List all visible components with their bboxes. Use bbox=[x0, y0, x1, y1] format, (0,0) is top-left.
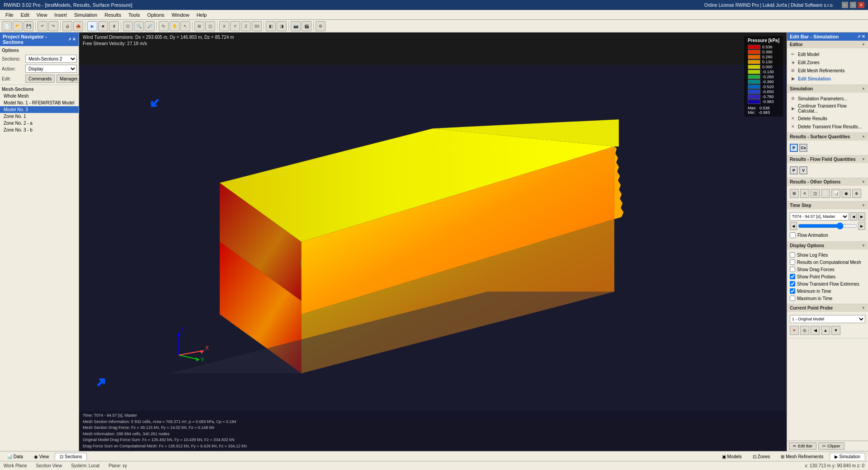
commands-btn[interactable]: Commands bbox=[25, 75, 55, 83]
clipper-btn[interactable]: ✂ Clipper bbox=[818, 442, 844, 450]
tree-item-zone-2a[interactable]: Zone No. 2 - a bbox=[0, 120, 79, 127]
main-tab-models[interactable]: ▣ Models bbox=[717, 453, 747, 460]
sim-continue-item[interactable]: ▶ Continue Transient Flow Calculat... bbox=[790, 103, 865, 114]
edit-mesh-item[interactable]: ⊞ Edit Mesh Refinements bbox=[790, 66, 865, 75]
probe-down-btn[interactable]: ▼ bbox=[831, 326, 840, 335]
ts-prev-btn[interactable]: ◀ bbox=[850, 212, 857, 221]
tb-redo[interactable]: ↷ bbox=[48, 21, 58, 31]
tree-item-whole-mesh[interactable]: Whole Mesh bbox=[0, 93, 79, 99]
other-btn-7[interactable]: ⊕ bbox=[852, 189, 861, 198]
ts-left-btn[interactable]: ◀ bbox=[790, 222, 797, 230]
tree-item-model-3[interactable]: Model No. 3 bbox=[0, 106, 79, 113]
action-select[interactable]: Display bbox=[25, 65, 77, 73]
menu-edit[interactable]: Edit bbox=[17, 11, 33, 19]
tree-item-model-1[interactable]: Model No. 1 - RFEM/RSTAB Model bbox=[0, 99, 79, 106]
display-options-header[interactable]: Display Options ▼ bbox=[787, 242, 868, 249]
menu-file[interactable]: File bbox=[2, 11, 17, 19]
nav-tab-sections[interactable]: ⊡ Sections bbox=[55, 453, 87, 460]
tb-animate[interactable]: 🎬 bbox=[302, 21, 311, 31]
tb-clip2[interactable]: ◨ bbox=[277, 21, 287, 31]
cb-drag-forces[interactable] bbox=[790, 267, 795, 272]
tb-export[interactable]: 📤 bbox=[73, 21, 83, 31]
sections-select[interactable]: Mesh-Sections 2 bbox=[25, 55, 77, 63]
other-btn-3[interactable]: ◫ bbox=[811, 189, 820, 198]
editor-section-header[interactable]: Editor ▼ bbox=[787, 41, 868, 48]
probe-delete-btn[interactable]: ✕ bbox=[790, 326, 799, 335]
tb-undo[interactable]: ↶ bbox=[38, 21, 47, 31]
edit-bar-btn[interactable]: ✏ Edit Bar bbox=[789, 442, 816, 450]
tree-item-zone-3b[interactable]: Zone No. 3 - b bbox=[0, 127, 79, 133]
nav-tab-view[interactable]: ◉ View bbox=[29, 453, 54, 460]
main-tab-simulation[interactable]: ▶ Simulation bbox=[830, 453, 865, 460]
flow-animation-check[interactable] bbox=[790, 232, 796, 238]
tb-new[interactable]: 📄 bbox=[2, 21, 12, 31]
probe-select[interactable]: 1 - Original Model bbox=[790, 315, 865, 323]
menu-tools[interactable]: Tools bbox=[125, 11, 144, 19]
ff-velocity-btn[interactable]: V bbox=[799, 166, 807, 174]
minimize-btn[interactable]: ─ bbox=[842, 2, 848, 8]
sq-pressure-btn[interactable]: P bbox=[790, 144, 798, 152]
tb-open[interactable]: 📂 bbox=[13, 21, 23, 31]
other-btn-1[interactable]: ⊞ bbox=[790, 189, 799, 198]
time-step-header[interactable]: Time Step ▼ bbox=[787, 202, 868, 209]
tb-view-y[interactable]: Y bbox=[230, 21, 240, 31]
restore-btn[interactable]: □ bbox=[850, 2, 856, 8]
cb-min-time[interactable] bbox=[790, 288, 795, 294]
simulation-section-header[interactable]: Simulation ▼ bbox=[787, 85, 868, 93]
main-tab-mesh[interactable]: ⊞ Mesh Refinements bbox=[776, 453, 828, 460]
edit-model-item[interactable]: ✏ Edit Model bbox=[790, 50, 865, 58]
current-probe-header[interactable]: Current Point Probe ▼ bbox=[787, 304, 868, 312]
tb-view-iso[interactable]: 3D bbox=[252, 21, 262, 31]
menu-help[interactable]: Help bbox=[193, 11, 211, 19]
ff-pressure-btn[interactable]: P bbox=[790, 166, 798, 174]
tb-pause[interactable]: ⏸ bbox=[109, 21, 119, 31]
tb-view-z[interactable]: Z bbox=[241, 21, 251, 31]
edit-simulation-item[interactable]: ▶ Edit Simulation bbox=[790, 75, 865, 83]
other-options-header[interactable]: Results - Other Options ▼ bbox=[787, 178, 868, 186]
probe-target-btn[interactable]: ◎ bbox=[800, 326, 809, 335]
surface-quantities-header[interactable]: Results - Surface Quantities ▼ bbox=[787, 133, 868, 141]
tb-clip1[interactable]: ◧ bbox=[266, 21, 276, 31]
tb-zoom-in[interactable]: 🔍 bbox=[134, 21, 144, 31]
probe-up-btn[interactable]: ▲ bbox=[821, 326, 830, 335]
other-btn-2[interactable]: ≡ bbox=[800, 189, 809, 198]
cb-show-log[interactable] bbox=[790, 252, 795, 258]
tb-stop[interactable]: ■ bbox=[98, 21, 108, 31]
sim-delete-transient-item[interactable]: ✕ Delete Transient Flow Results... bbox=[790, 122, 865, 131]
tb-rotate[interactable]: ↻ bbox=[159, 21, 169, 31]
menu-insert[interactable]: Insert bbox=[51, 11, 71, 19]
tb-screenshot[interactable]: 📷 bbox=[291, 21, 301, 31]
tb-zoom-out[interactable]: 🔎 bbox=[145, 21, 155, 31]
sim-delete-item[interactable]: ✕ Delete Results bbox=[790, 114, 865, 122]
tree-item-zone-1[interactable]: Zone No. 1 bbox=[0, 113, 79, 120]
tb-surface[interactable]: ◫ bbox=[205, 21, 215, 31]
menu-simulation[interactable]: Simulation bbox=[71, 11, 101, 19]
tb-pan[interactable]: ✋ bbox=[170, 21, 179, 31]
ts-right-btn[interactable]: ▶ bbox=[858, 222, 865, 230]
cb-computational-mesh[interactable] bbox=[790, 259, 795, 265]
flow-field-header[interactable]: Results - Flow Field Quantities ▼ bbox=[787, 155, 868, 163]
tb-settings[interactable]: ⚙ bbox=[316, 21, 326, 31]
other-btn-4[interactable]: ⬜ bbox=[821, 189, 830, 198]
menu-results[interactable]: Results bbox=[101, 11, 125, 19]
edit-zones-item[interactable]: ◈ Edit Zones bbox=[790, 58, 865, 66]
tb-print[interactable]: 🖨 bbox=[62, 21, 72, 31]
nav-tab-data[interactable]: 📊 Data bbox=[2, 453, 28, 460]
menu-options[interactable]: Options bbox=[144, 11, 168, 19]
tb-select[interactable]: ↖ bbox=[180, 21, 190, 31]
rp-float-btn[interactable]: ↗ bbox=[857, 34, 861, 39]
tb-run[interactable]: ▶ bbox=[87, 21, 97, 31]
panel-close-btn[interactable]: ✕ bbox=[72, 37, 76, 42]
other-btn-5[interactable]: 📊 bbox=[831, 189, 840, 198]
cb-transient-extremes[interactable] bbox=[790, 281, 795, 287]
menu-view[interactable]: View bbox=[33, 11, 51, 19]
other-btn-6[interactable]: ◉ bbox=[842, 189, 851, 198]
tb-zoom-fit[interactable]: ⊡ bbox=[123, 21, 133, 31]
panel-float-btn[interactable]: ↗ bbox=[68, 37, 71, 42]
tb-mesh[interactable]: ⊞ bbox=[194, 21, 204, 31]
time-step-select[interactable]: T074 - 94.57 [s], Master bbox=[790, 212, 849, 221]
close-btn[interactable]: ✕ bbox=[858, 2, 864, 8]
ts-next-btn[interactable]: ▶ bbox=[858, 212, 865, 221]
tb-view-x[interactable]: X bbox=[219, 21, 229, 31]
probe-left-btn[interactable]: ◀ bbox=[811, 326, 820, 335]
